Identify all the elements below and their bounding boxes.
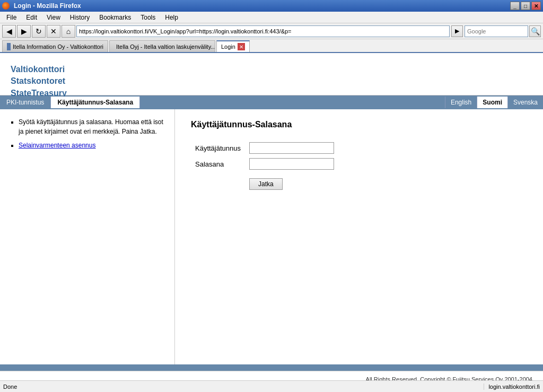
search-input[interactable]: [465, 25, 528, 37]
right-panel: Käyttäjätunnus-Salasana Käyttäjätunnus S…: [175, 109, 543, 364]
lang-suomi[interactable]: Suomi: [477, 97, 507, 108]
tab-favicon-0: [7, 43, 11, 50]
password-row: Salasana: [191, 156, 338, 172]
titlebar-left: Login - Mozilla Firefox: [2, 2, 81, 10]
tab-close-button[interactable]: ✕: [238, 43, 245, 50]
search-button[interactable]: 🔍: [529, 25, 541, 37]
submit-button[interactable]: Jatka: [249, 178, 283, 190]
lang-tabs: English Suomi Svenska: [445, 97, 543, 108]
page-footer-stripe: [0, 364, 543, 371]
browser-tab-0[interactable]: Itella Information Oy - Valtiokonttori: [2, 40, 108, 52]
status-text: Done: [3, 384, 17, 390]
address-bar[interactable]: [76, 25, 450, 37]
page-tab-nav: PKI-tunnistus Käyttäjätunnus-Salasana En…: [0, 95, 543, 109]
browser-tab-1[interactable]: Itella Oyj - Itella valtion laskujenväli…: [109, 40, 215, 52]
tab-label-2: Login: [221, 43, 235, 50]
tab-pki[interactable]: PKI-tunnistus: [0, 97, 51, 108]
back-button[interactable]: ◀: [2, 25, 16, 38]
password-input[interactable]: [249, 158, 334, 170]
username-row: Käyttäjätunnus: [191, 140, 338, 156]
tab-label-0: Itella Information Oy - Valtiokonttori: [13, 43, 103, 50]
cert-link[interactable]: Selainvarmenteen asennus: [19, 142, 95, 149]
menubar: File Edit View History Bookmarks Tools H…: [0, 12, 543, 23]
navbar: ◀ ▶ ↻ ✕ ⌂ ▶ 🔍: [0, 23, 543, 39]
login-form: Käyttäjätunnus Salasana Jatka: [191, 140, 338, 192]
menu-bookmarks[interactable]: Bookmarks: [95, 13, 135, 22]
minimize-button[interactable]: _: [510, 2, 520, 10]
menu-edit[interactable]: Edit: [22, 13, 41, 22]
left-panel: Syötä käyttäjätunnus ja salasana. Huomaa…: [0, 109, 175, 364]
copyright-bar: All Rights Reserved. Copyright © Fujitsu…: [0, 371, 543, 380]
main-body: Syötä käyttäjätunnus ja salasana. Huomaa…: [0, 109, 543, 364]
titlebar: Login - Mozilla Firefox _ □ ✕: [0, 0, 543, 12]
lang-svenska[interactable]: Svenska: [507, 97, 543, 108]
instruction-text: Syötä käyttäjätunnus ja salasana. Huomaa…: [19, 118, 163, 135]
menu-file[interactable]: File: [2, 13, 21, 22]
firefox-icon: [2, 2, 10, 10]
menu-history[interactable]: History: [66, 13, 94, 22]
tab-login[interactable]: Käyttäjätunnus-Salasana: [51, 97, 140, 108]
logo-line2: Statskontoret: [11, 75, 532, 87]
form-title: Käyttäjätunnus-Salasana: [191, 120, 527, 129]
username-input[interactable]: [249, 142, 334, 154]
menu-help[interactable]: Help: [161, 13, 182, 22]
home-button[interactable]: ⌂: [62, 25, 75, 38]
cert-link-item: Selainvarmenteen asennus: [19, 141, 167, 150]
close-button[interactable]: ✕: [531, 2, 541, 10]
browser-tabsbar: Itella Information Oy - Valtiokonttori I…: [0, 39, 543, 53]
page-header: Valtiokonttori Statskontoret StateTreasu…: [0, 53, 543, 95]
status-domain: login.valtiokonttori.fi: [484, 384, 540, 390]
statusbar: Done login.valtiokonttori.fi: [0, 380, 543, 392]
content-area: Valtiokonttori Statskontoret StateTreasu…: [0, 53, 543, 380]
submit-row: Jatka: [191, 172, 338, 192]
address-bar-container: ▶ 🔍: [76, 25, 541, 37]
reload-button[interactable]: ↻: [32, 25, 46, 38]
menu-view[interactable]: View: [42, 13, 65, 22]
stop-button[interactable]: ✕: [47, 25, 60, 38]
instruction-item: Syötä käyttäjätunnus ja salasana. Huomaa…: [19, 117, 167, 136]
menu-tools[interactable]: Tools: [136, 13, 160, 22]
window-title: Login - Mozilla Firefox: [14, 2, 81, 10]
lang-english[interactable]: English: [445, 97, 477, 108]
logo: Valtiokonttori Statskontoret StateTreasu…: [11, 64, 532, 99]
maximize-button[interactable]: □: [521, 2, 530, 10]
logo-line1: Valtiokonttori: [11, 64, 532, 75]
password-label: Salasana: [191, 156, 245, 172]
instructions-list: Syötä käyttäjätunnus ja salasana. Huomaa…: [8, 117, 167, 150]
browser-tab-2[interactable]: Login ✕: [216, 40, 250, 52]
tab-label-1: Itella Oyj - Itella valtion laskujenväli…: [116, 43, 215, 50]
forward-button[interactable]: ▶: [17, 25, 31, 38]
search-container: 🔍: [465, 25, 541, 37]
username-label: Käyttäjätunnus: [191, 140, 245, 156]
titlebar-buttons: _ □ ✕: [510, 2, 541, 10]
go-button[interactable]: ▶: [451, 25, 463, 37]
copyright-text: All Rights Reserved. Copyright © Fujitsu…: [366, 376, 532, 381]
